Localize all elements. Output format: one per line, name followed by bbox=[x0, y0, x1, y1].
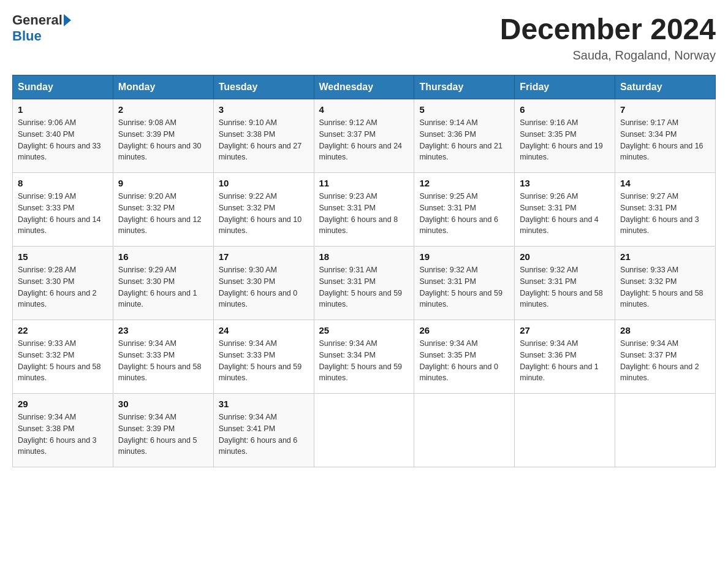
calendar-table: SundayMondayTuesdayWednesdayThursdayFrid… bbox=[12, 75, 716, 467]
day-number: 22 bbox=[18, 325, 108, 335]
day-info: Sunrise: 9:34 AMSunset: 3:39 PMDaylight:… bbox=[118, 412, 208, 458]
day-cell: 2Sunrise: 9:08 AMSunset: 3:39 PMDaylight… bbox=[113, 99, 213, 173]
day-cell: 5Sunrise: 9:14 AMSunset: 3:36 PMDaylight… bbox=[414, 99, 515, 173]
day-info: Sunrise: 9:25 AMSunset: 3:31 PMDaylight:… bbox=[419, 191, 509, 237]
day-cell bbox=[615, 394, 716, 467]
day-cell: 17Sunrise: 9:30 AMSunset: 3:30 PMDayligh… bbox=[213, 247, 314, 320]
day-cell: 29Sunrise: 9:34 AMSunset: 3:38 PMDayligh… bbox=[13, 394, 113, 467]
day-number: 10 bbox=[219, 178, 309, 188]
day-number: 2 bbox=[118, 104, 208, 115]
day-number: 19 bbox=[419, 251, 509, 262]
day-cell bbox=[314, 394, 414, 467]
day-cell: 8Sunrise: 9:19 AMSunset: 3:33 PMDaylight… bbox=[13, 173, 113, 247]
page-header: General Blue December 2024 Sauda, Rogala… bbox=[12, 12, 716, 63]
day-number: 11 bbox=[319, 178, 409, 188]
day-cell: 13Sunrise: 9:26 AMSunset: 3:31 PMDayligh… bbox=[515, 173, 615, 247]
column-header-saturday: Saturday bbox=[615, 75, 716, 99]
week-row-1: 1Sunrise: 9:06 AMSunset: 3:40 PMDaylight… bbox=[13, 99, 716, 173]
day-number: 31 bbox=[219, 399, 309, 409]
day-info: Sunrise: 9:08 AMSunset: 3:39 PMDaylight:… bbox=[118, 117, 208, 163]
day-number: 13 bbox=[520, 178, 610, 188]
day-number: 30 bbox=[118, 399, 208, 409]
day-info: Sunrise: 9:34 AMSunset: 3:33 PMDaylight:… bbox=[219, 338, 309, 384]
day-cell: 30Sunrise: 9:34 AMSunset: 3:39 PMDayligh… bbox=[113, 394, 213, 467]
day-number: 27 bbox=[520, 325, 610, 335]
day-number: 17 bbox=[219, 251, 309, 262]
day-info: Sunrise: 9:34 AMSunset: 3:36 PMDaylight:… bbox=[520, 338, 610, 384]
column-header-wednesday: Wednesday bbox=[314, 75, 414, 99]
column-header-tuesday: Tuesday bbox=[213, 75, 314, 99]
week-row-3: 15Sunrise: 9:28 AMSunset: 3:30 PMDayligh… bbox=[13, 247, 716, 320]
day-cell: 6Sunrise: 9:16 AMSunset: 3:35 PMDaylight… bbox=[515, 99, 615, 173]
day-info: Sunrise: 9:28 AMSunset: 3:30 PMDaylight:… bbox=[18, 264, 108, 310]
day-cell: 10Sunrise: 9:22 AMSunset: 3:32 PMDayligh… bbox=[213, 173, 314, 247]
day-cell: 25Sunrise: 9:34 AMSunset: 3:34 PMDayligh… bbox=[314, 320, 414, 394]
month-title: December 2024 bbox=[500, 12, 716, 46]
day-info: Sunrise: 9:16 AMSunset: 3:35 PMDaylight:… bbox=[520, 117, 610, 163]
day-cell: 16Sunrise: 9:29 AMSunset: 3:30 PMDayligh… bbox=[113, 247, 213, 320]
day-cell: 21Sunrise: 9:33 AMSunset: 3:32 PMDayligh… bbox=[615, 247, 716, 320]
day-info: Sunrise: 9:26 AMSunset: 3:31 PMDaylight:… bbox=[520, 191, 610, 237]
day-number: 26 bbox=[419, 325, 509, 335]
day-number: 25 bbox=[319, 325, 409, 335]
day-info: Sunrise: 9:06 AMSunset: 3:40 PMDaylight:… bbox=[18, 117, 108, 163]
day-number: 15 bbox=[18, 251, 108, 262]
day-cell: 26Sunrise: 9:34 AMSunset: 3:35 PMDayligh… bbox=[414, 320, 515, 394]
day-info: Sunrise: 9:34 AMSunset: 3:37 PMDaylight:… bbox=[620, 338, 710, 384]
day-cell: 4Sunrise: 9:12 AMSunset: 3:37 PMDaylight… bbox=[314, 99, 414, 173]
day-info: Sunrise: 9:34 AMSunset: 3:33 PMDaylight:… bbox=[118, 338, 208, 384]
day-info: Sunrise: 9:32 AMSunset: 3:31 PMDaylight:… bbox=[520, 264, 610, 310]
day-info: Sunrise: 9:33 AMSunset: 3:32 PMDaylight:… bbox=[620, 264, 710, 310]
column-header-sunday: Sunday bbox=[13, 75, 113, 99]
day-number: 12 bbox=[419, 178, 509, 188]
day-number: 14 bbox=[620, 178, 710, 188]
column-header-friday: Friday bbox=[515, 75, 615, 99]
day-info: Sunrise: 9:34 AMSunset: 3:35 PMDaylight:… bbox=[419, 338, 509, 384]
logo-general-text: General bbox=[12, 12, 63, 28]
day-number: 29 bbox=[18, 399, 108, 409]
day-cell: 27Sunrise: 9:34 AMSunset: 3:36 PMDayligh… bbox=[515, 320, 615, 394]
day-cell bbox=[515, 394, 615, 467]
column-header-thursday: Thursday bbox=[414, 75, 515, 99]
title-block: December 2024 Sauda, Rogaland, Norway bbox=[500, 12, 716, 63]
day-cell: 19Sunrise: 9:32 AMSunset: 3:31 PMDayligh… bbox=[414, 247, 515, 320]
day-cell: 9Sunrise: 9:20 AMSunset: 3:32 PMDaylight… bbox=[113, 173, 213, 247]
day-cell: 14Sunrise: 9:27 AMSunset: 3:31 PMDayligh… bbox=[615, 173, 716, 247]
day-number: 28 bbox=[620, 325, 710, 335]
day-number: 7 bbox=[620, 104, 710, 115]
day-info: Sunrise: 9:33 AMSunset: 3:32 PMDaylight:… bbox=[18, 338, 108, 384]
day-info: Sunrise: 9:17 AMSunset: 3:34 PMDaylight:… bbox=[620, 117, 710, 163]
day-number: 18 bbox=[319, 251, 409, 262]
day-info: Sunrise: 9:22 AMSunset: 3:32 PMDaylight:… bbox=[219, 191, 309, 237]
week-row-4: 22Sunrise: 9:33 AMSunset: 3:32 PMDayligh… bbox=[13, 320, 716, 394]
day-cell: 3Sunrise: 9:10 AMSunset: 3:38 PMDaylight… bbox=[213, 99, 314, 173]
day-info: Sunrise: 9:31 AMSunset: 3:31 PMDaylight:… bbox=[319, 264, 409, 310]
day-info: Sunrise: 9:34 AMSunset: 3:38 PMDaylight:… bbox=[18, 412, 108, 458]
day-cell: 31Sunrise: 9:34 AMSunset: 3:41 PMDayligh… bbox=[213, 394, 314, 467]
day-number: 8 bbox=[18, 178, 108, 188]
calendar-header-row: SundayMondayTuesdayWednesdayThursdayFrid… bbox=[13, 75, 716, 99]
day-info: Sunrise: 9:34 AMSunset: 3:41 PMDaylight:… bbox=[219, 412, 309, 458]
column-header-monday: Monday bbox=[113, 75, 213, 99]
logo: General Blue bbox=[12, 12, 72, 44]
day-info: Sunrise: 9:19 AMSunset: 3:33 PMDaylight:… bbox=[18, 191, 108, 237]
day-number: 24 bbox=[219, 325, 309, 335]
day-number: 23 bbox=[118, 325, 208, 335]
day-cell: 12Sunrise: 9:25 AMSunset: 3:31 PMDayligh… bbox=[414, 173, 515, 247]
day-cell: 18Sunrise: 9:31 AMSunset: 3:31 PMDayligh… bbox=[314, 247, 414, 320]
day-info: Sunrise: 9:34 AMSunset: 3:34 PMDaylight:… bbox=[319, 338, 409, 384]
logo-blue-text: Blue bbox=[12, 28, 42, 44]
location: Sauda, Rogaland, Norway bbox=[500, 48, 716, 63]
week-row-5: 29Sunrise: 9:34 AMSunset: 3:38 PMDayligh… bbox=[13, 394, 716, 467]
day-number: 5 bbox=[419, 104, 509, 115]
day-number: 3 bbox=[219, 104, 309, 115]
day-number: 4 bbox=[319, 104, 409, 115]
day-cell: 23Sunrise: 9:34 AMSunset: 3:33 PMDayligh… bbox=[113, 320, 213, 394]
day-info: Sunrise: 9:30 AMSunset: 3:30 PMDaylight:… bbox=[219, 264, 309, 310]
week-row-2: 8Sunrise: 9:19 AMSunset: 3:33 PMDaylight… bbox=[13, 173, 716, 247]
day-number: 20 bbox=[520, 251, 610, 262]
day-cell: 15Sunrise: 9:28 AMSunset: 3:30 PMDayligh… bbox=[13, 247, 113, 320]
day-info: Sunrise: 9:12 AMSunset: 3:37 PMDaylight:… bbox=[319, 117, 409, 163]
day-cell: 11Sunrise: 9:23 AMSunset: 3:31 PMDayligh… bbox=[314, 173, 414, 247]
day-number: 9 bbox=[118, 178, 208, 188]
